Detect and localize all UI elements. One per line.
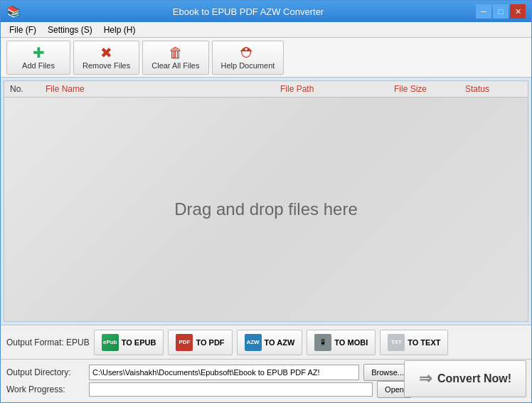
remove-files-button[interactable]: ✖ Remove Files — [73, 41, 139, 75]
format-label: Output Format: EPUB — [6, 337, 90, 347]
toolbar: ✚ Add Files ✖ Remove Files 🗑 Clear All F… — [1, 38, 531, 78]
format-pdf-button[interactable]: PDF TO PDF — [168, 330, 232, 355]
app-icon: 📚 — [6, 5, 21, 19]
convert-now-label: Convert Now! — [437, 372, 511, 385]
clear-all-files-label: Clear All Files — [151, 61, 199, 70]
add-files-button[interactable]: ✚ Add Files — [6, 41, 70, 75]
azw-label: TO AZW — [265, 338, 295, 347]
menu-bar: File (F) Settings (S) Help (H) — [1, 22, 531, 38]
menu-help[interactable]: Help (H) — [98, 23, 142, 36]
convert-section: ⇒ Convert Now! — [404, 360, 526, 397]
output-dir-row: Output Directory: Browse... — [6, 364, 412, 381]
col-header-no: No. — [10, 84, 46, 94]
drop-zone[interactable]: Drag and drop files here — [4, 98, 528, 321]
title-bar: 📚 Ebook to EPUB PDF AZW Converter ─ □ ✕ — [1, 1, 531, 22]
col-header-size: File Size — [394, 84, 465, 94]
table-header: No. File Name File Path File Size Status — [4, 81, 528, 98]
progress-row: Work Progress: Open — [6, 381, 412, 398]
format-bar: Output Format: EPUB ePub TO EPUB PDF TO … — [1, 325, 531, 359]
close-button[interactable]: ✕ — [510, 4, 526, 19]
mobi-icon: 📱 — [314, 334, 331, 351]
help-document-label: Help Document — [221, 61, 275, 70]
format-text-button[interactable]: TXT TO TEXT — [380, 330, 448, 355]
text-icon: TXT — [388, 334, 405, 351]
convert-now-button[interactable]: ⇒ Convert Now! — [404, 360, 526, 397]
progress-bar — [89, 382, 373, 397]
col-header-name: File Name — [46, 84, 280, 94]
help-icon: ⛑ — [240, 46, 255, 60]
pdf-label: TO PDF — [196, 338, 224, 347]
convert-arrow-icon: ⇒ — [419, 370, 432, 388]
col-header-path: File Path — [280, 84, 394, 94]
minimize-button[interactable]: ─ — [476, 4, 491, 19]
file-table-area: No. File Name File Path File Size Status… — [4, 80, 528, 322]
clear-files-icon: 🗑 — [169, 46, 183, 60]
window-controls: ─ □ ✕ — [476, 4, 526, 19]
maximize-button[interactable]: □ — [493, 4, 509, 19]
format-epub-button[interactable]: ePub TO EPUB — [94, 330, 164, 355]
clear-all-files-button[interactable]: 🗑 Clear All Files — [142, 41, 208, 75]
menu-file[interactable]: File (F) — [4, 23, 42, 36]
window-title: Ebook to EPUB PDF AZW Converter — [21, 6, 476, 17]
menu-settings[interactable]: Settings (S) — [42, 23, 98, 36]
mobi-label: TO MOBI — [334, 338, 368, 347]
output-dir-input[interactable] — [89, 365, 359, 380]
remove-files-icon: ✖ — [100, 46, 112, 60]
drop-zone-text: Drag and drop files here — [174, 199, 357, 219]
text-label: TO TEXT — [408, 338, 440, 347]
format-mobi-button[interactable]: 📱 TO MOBI — [307, 330, 376, 355]
main-window: 📚 Ebook to EPUB PDF AZW Converter ─ □ ✕ … — [0, 0, 532, 403]
epub-icon: ePub — [102, 334, 119, 351]
help-document-button[interactable]: ⛑ Help Document — [212, 41, 284, 75]
epub-label: TO EPUB — [122, 338, 156, 347]
pdf-icon: PDF — [176, 334, 193, 351]
format-azw-button[interactable]: AZW TO AZW — [237, 330, 303, 355]
add-files-icon: ✚ — [33, 46, 45, 60]
azw-icon: AZW — [245, 334, 262, 351]
output-dir-label: Output Directory: — [6, 367, 85, 377]
remove-files-label: Remove Files — [83, 61, 130, 70]
col-header-status: Status — [465, 84, 522, 94]
work-progress-label: Work Progress: — [6, 384, 85, 394]
add-files-label: Add Files — [22, 61, 55, 70]
